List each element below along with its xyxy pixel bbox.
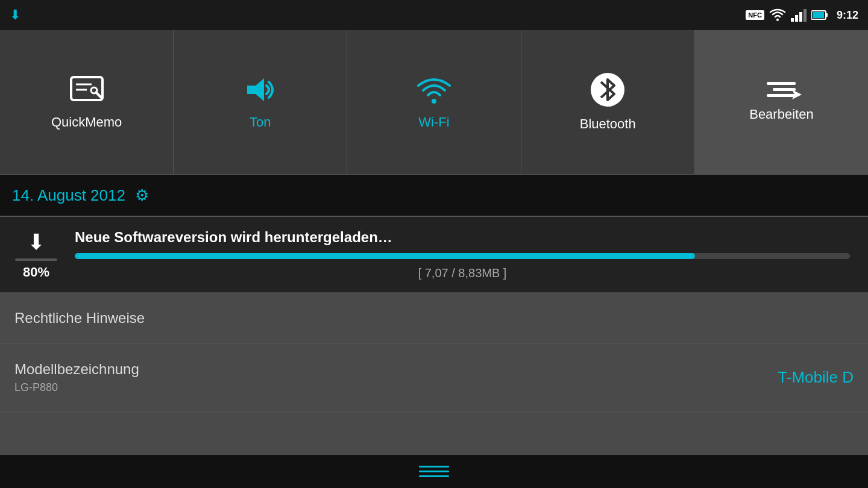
download-right: Neue Softwareversion wird heruntergelade… (75, 229, 850, 280)
svg-rect-4 (804, 9, 807, 22)
rechtliche-hinweise-item[interactable]: Rechtliche Hinweise (0, 293, 868, 344)
svg-point-0 (776, 19, 779, 21)
ton-tile[interactable]: Ton (174, 30, 347, 174)
bearbeiten-icon-wrapper (767, 82, 796, 97)
nav-line-3 (419, 475, 449, 477)
ton-icon (242, 75, 278, 105)
nav-line-1 (419, 466, 449, 468)
progress-bar-container (75, 253, 850, 259)
svg-rect-8 (71, 77, 102, 100)
nav-lines[interactable] (419, 466, 449, 477)
nfc-badge: NFC (746, 10, 764, 20)
quickmemo-icon (69, 75, 105, 105)
download-status-icon: ⬇ (10, 7, 20, 23)
content-area: Rechtliche Hinweise Modellbezeichnung LG… (0, 293, 868, 411)
bluetooth-icon (597, 76, 618, 104)
signal-icon (791, 8, 807, 22)
svg-rect-3 (799, 12, 802, 22)
tmobile-value: T-Mobile D (778, 368, 854, 387)
quick-settings-panel: QuickMemo Ton Wi-Fi Bluetooth (0, 30, 868, 175)
svg-point-12 (91, 87, 97, 93)
svg-rect-7 (813, 12, 824, 18)
bearbeiten-tile[interactable]: Bearbeiten (695, 30, 868, 174)
download-left: ⬇ 80% (12, 230, 60, 280)
rechtliche-hinweise-label: Rechtliche Hinweise (14, 310, 145, 326)
download-arrow-icon: ⬇ (27, 230, 45, 255)
download-title: Neue Softwareversion wird heruntergelade… (75, 229, 850, 246)
modellbezeichnung-label: Modellbezeichnung (14, 361, 139, 378)
svg-point-14 (432, 99, 436, 104)
bluetooth-label: Bluetooth (580, 116, 636, 132)
download-notification: ⬇ 80% Neue Softwareversion wird herunter… (0, 217, 868, 293)
status-time: 9:12 (837, 9, 858, 22)
status-right: NFC 9:12 (746, 8, 858, 22)
quickmemo-label: QuickMemo (51, 114, 122, 130)
download-percentage: 80% (23, 264, 49, 280)
wifi-status-icon (769, 8, 786, 22)
svg-rect-6 (826, 13, 828, 17)
svg-marker-13 (247, 78, 264, 101)
ton-label: Ton (250, 114, 271, 130)
modellbezeichnung-left: Modellbezeichnung LG-P880 (14, 361, 139, 394)
wifi-tile[interactable]: Wi-Fi (347, 30, 521, 174)
nav-line-2 (419, 471, 449, 472)
svg-marker-15 (792, 90, 802, 99)
bottom-nav (0, 455, 868, 488)
bluetooth-tile[interactable]: Bluetooth (521, 30, 695, 174)
date-text: 14. August 2012 (12, 186, 125, 205)
svg-rect-2 (795, 15, 798, 22)
status-left: ⬇ (10, 7, 20, 23)
modellbezeichnung-item[interactable]: Modellbezeichnung LG-P880 T-Mobile D (0, 344, 868, 411)
bluetooth-circle (591, 73, 624, 107)
wifi-label: Wi-Fi (418, 114, 449, 130)
battery-icon (811, 10, 828, 20)
progress-bar-fill (75, 253, 695, 259)
wifi-tile-icon (416, 75, 452, 105)
svg-rect-1 (791, 18, 794, 22)
download-line (15, 258, 57, 261)
quickmemo-tile[interactable]: QuickMemo (0, 30, 174, 174)
bearbeiten-arrow-icon (790, 87, 804, 102)
bearbeiten-label: Bearbeiten (749, 107, 813, 122)
status-bar: ⬇ NFC 9:12 (0, 0, 868, 30)
date-row: 14. August 2012 ⚙ (0, 175, 868, 217)
download-size: [ 7,07 / 8,83MB ] (75, 266, 850, 280)
modellbezeichnung-sublabel: LG-P880 (14, 381, 139, 394)
settings-gear-icon[interactable]: ⚙ (135, 186, 149, 205)
